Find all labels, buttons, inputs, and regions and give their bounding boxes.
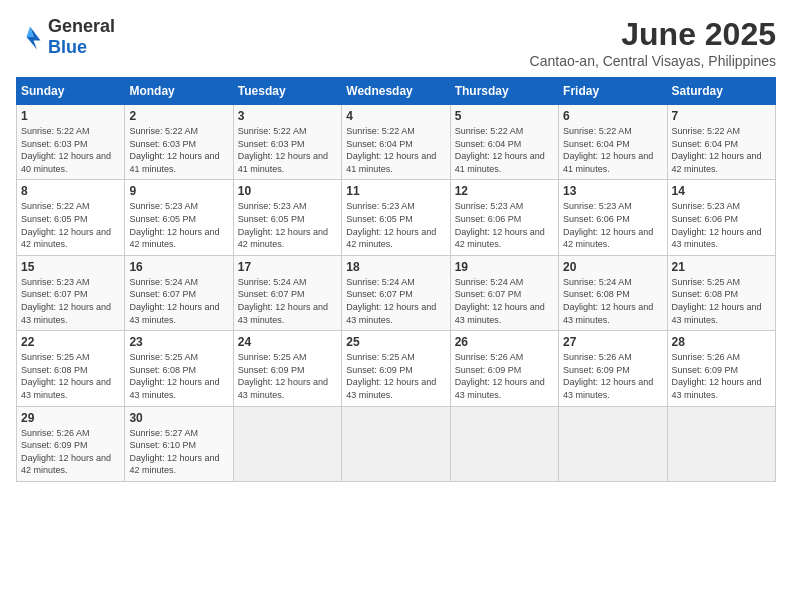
table-row: 25Sunrise: 5:25 AMSunset: 6:09 PMDayligh…	[342, 331, 450, 406]
table-row: 21Sunrise: 5:25 AMSunset: 6:08 PMDayligh…	[667, 255, 775, 330]
table-row: 20Sunrise: 5:24 AMSunset: 6:08 PMDayligh…	[559, 255, 667, 330]
calendar-week-row: 22Sunrise: 5:25 AMSunset: 6:08 PMDayligh…	[17, 331, 776, 406]
table-row: 19Sunrise: 5:24 AMSunset: 6:07 PMDayligh…	[450, 255, 558, 330]
logo-icon	[16, 23, 44, 51]
day-number: 12	[455, 184, 554, 198]
day-number: 25	[346, 335, 445, 349]
day-number: 3	[238, 109, 337, 123]
day-number: 6	[563, 109, 662, 123]
day-info: Sunrise: 5:26 AMSunset: 6:09 PMDaylight:…	[21, 427, 120, 477]
calendar-week-row: 8Sunrise: 5:22 AMSunset: 6:05 PMDaylight…	[17, 180, 776, 255]
table-row	[233, 406, 341, 481]
day-number: 4	[346, 109, 445, 123]
day-info: Sunrise: 5:26 AMSunset: 6:09 PMDaylight:…	[672, 351, 771, 401]
day-number: 26	[455, 335, 554, 349]
day-info: Sunrise: 5:22 AMSunset: 6:04 PMDaylight:…	[455, 125, 554, 175]
table-row: 22Sunrise: 5:25 AMSunset: 6:08 PMDayligh…	[17, 331, 125, 406]
calendar-week-row: 29Sunrise: 5:26 AMSunset: 6:09 PMDayligh…	[17, 406, 776, 481]
table-row: 5Sunrise: 5:22 AMSunset: 6:04 PMDaylight…	[450, 105, 558, 180]
header-tuesday: Tuesday	[233, 78, 341, 105]
header-saturday: Saturday	[667, 78, 775, 105]
location-subtitle: Cantao-an, Central Visayas, Philippines	[530, 53, 776, 69]
day-info: Sunrise: 5:22 AMSunset: 6:03 PMDaylight:…	[238, 125, 337, 175]
month-year-title: June 2025	[530, 16, 776, 53]
table-row: 24Sunrise: 5:25 AMSunset: 6:09 PMDayligh…	[233, 331, 341, 406]
day-number: 8	[21, 184, 120, 198]
header-sunday: Sunday	[17, 78, 125, 105]
table-row: 7Sunrise: 5:22 AMSunset: 6:04 PMDaylight…	[667, 105, 775, 180]
day-info: Sunrise: 5:26 AMSunset: 6:09 PMDaylight:…	[563, 351, 662, 401]
day-number: 10	[238, 184, 337, 198]
logo-blue: Blue	[48, 37, 87, 57]
day-info: Sunrise: 5:23 AMSunset: 6:06 PMDaylight:…	[563, 200, 662, 250]
header-monday: Monday	[125, 78, 233, 105]
day-number: 5	[455, 109, 554, 123]
day-number: 24	[238, 335, 337, 349]
table-row: 26Sunrise: 5:26 AMSunset: 6:09 PMDayligh…	[450, 331, 558, 406]
day-info: Sunrise: 5:26 AMSunset: 6:09 PMDaylight:…	[455, 351, 554, 401]
table-row: 30Sunrise: 5:27 AMSunset: 6:10 PMDayligh…	[125, 406, 233, 481]
svg-marker-0	[27, 27, 41, 50]
table-row: 18Sunrise: 5:24 AMSunset: 6:07 PMDayligh…	[342, 255, 450, 330]
table-row	[559, 406, 667, 481]
table-row: 10Sunrise: 5:23 AMSunset: 6:05 PMDayligh…	[233, 180, 341, 255]
table-row	[450, 406, 558, 481]
table-row: 4Sunrise: 5:22 AMSunset: 6:04 PMDaylight…	[342, 105, 450, 180]
day-number: 23	[129, 335, 228, 349]
title-area: June 2025 Cantao-an, Central Visayas, Ph…	[530, 16, 776, 69]
table-row: 8Sunrise: 5:22 AMSunset: 6:05 PMDaylight…	[17, 180, 125, 255]
day-info: Sunrise: 5:23 AMSunset: 6:05 PMDaylight:…	[238, 200, 337, 250]
header: General Blue June 2025 Cantao-an, Centra…	[16, 16, 776, 69]
day-info: Sunrise: 5:22 AMSunset: 6:04 PMDaylight:…	[563, 125, 662, 175]
logo-text: General Blue	[48, 16, 115, 58]
day-number: 1	[21, 109, 120, 123]
day-number: 19	[455, 260, 554, 274]
day-number: 17	[238, 260, 337, 274]
table-row: 28Sunrise: 5:26 AMSunset: 6:09 PMDayligh…	[667, 331, 775, 406]
day-info: Sunrise: 5:23 AMSunset: 6:07 PMDaylight:…	[21, 276, 120, 326]
table-row: 23Sunrise: 5:25 AMSunset: 6:08 PMDayligh…	[125, 331, 233, 406]
day-info: Sunrise: 5:22 AMSunset: 6:03 PMDaylight:…	[129, 125, 228, 175]
day-info: Sunrise: 5:23 AMSunset: 6:06 PMDaylight:…	[672, 200, 771, 250]
calendar-week-row: 1Sunrise: 5:22 AMSunset: 6:03 PMDaylight…	[17, 105, 776, 180]
day-number: 27	[563, 335, 662, 349]
header-thursday: Thursday	[450, 78, 558, 105]
day-info: Sunrise: 5:23 AMSunset: 6:05 PMDaylight:…	[129, 200, 228, 250]
calendar-header-row: Sunday Monday Tuesday Wednesday Thursday…	[17, 78, 776, 105]
table-row: 11Sunrise: 5:23 AMSunset: 6:05 PMDayligh…	[342, 180, 450, 255]
table-row	[667, 406, 775, 481]
logo: General Blue	[16, 16, 115, 58]
day-info: Sunrise: 5:24 AMSunset: 6:07 PMDaylight:…	[346, 276, 445, 326]
day-info: Sunrise: 5:24 AMSunset: 6:07 PMDaylight:…	[129, 276, 228, 326]
day-number: 11	[346, 184, 445, 198]
day-number: 20	[563, 260, 662, 274]
table-row: 13Sunrise: 5:23 AMSunset: 6:06 PMDayligh…	[559, 180, 667, 255]
day-info: Sunrise: 5:24 AMSunset: 6:08 PMDaylight:…	[563, 276, 662, 326]
table-row: 14Sunrise: 5:23 AMSunset: 6:06 PMDayligh…	[667, 180, 775, 255]
day-info: Sunrise: 5:25 AMSunset: 6:09 PMDaylight:…	[238, 351, 337, 401]
day-number: 16	[129, 260, 228, 274]
day-info: Sunrise: 5:27 AMSunset: 6:10 PMDaylight:…	[129, 427, 228, 477]
calendar-week-row: 15Sunrise: 5:23 AMSunset: 6:07 PMDayligh…	[17, 255, 776, 330]
table-row	[342, 406, 450, 481]
day-number: 7	[672, 109, 771, 123]
day-number: 29	[21, 411, 120, 425]
calendar-table: Sunday Monday Tuesday Wednesday Thursday…	[16, 77, 776, 482]
table-row: 6Sunrise: 5:22 AMSunset: 6:04 PMDaylight…	[559, 105, 667, 180]
logo-general: General	[48, 16, 115, 36]
table-row: 1Sunrise: 5:22 AMSunset: 6:03 PMDaylight…	[17, 105, 125, 180]
day-number: 28	[672, 335, 771, 349]
table-row: 15Sunrise: 5:23 AMSunset: 6:07 PMDayligh…	[17, 255, 125, 330]
day-info: Sunrise: 5:22 AMSunset: 6:05 PMDaylight:…	[21, 200, 120, 250]
day-info: Sunrise: 5:23 AMSunset: 6:06 PMDaylight:…	[455, 200, 554, 250]
day-info: Sunrise: 5:25 AMSunset: 6:08 PMDaylight:…	[672, 276, 771, 326]
day-number: 13	[563, 184, 662, 198]
day-number: 30	[129, 411, 228, 425]
table-row: 17Sunrise: 5:24 AMSunset: 6:07 PMDayligh…	[233, 255, 341, 330]
day-number: 2	[129, 109, 228, 123]
table-row: 9Sunrise: 5:23 AMSunset: 6:05 PMDaylight…	[125, 180, 233, 255]
day-info: Sunrise: 5:22 AMSunset: 6:04 PMDaylight:…	[672, 125, 771, 175]
day-number: 18	[346, 260, 445, 274]
day-number: 15	[21, 260, 120, 274]
day-info: Sunrise: 5:24 AMSunset: 6:07 PMDaylight:…	[238, 276, 337, 326]
